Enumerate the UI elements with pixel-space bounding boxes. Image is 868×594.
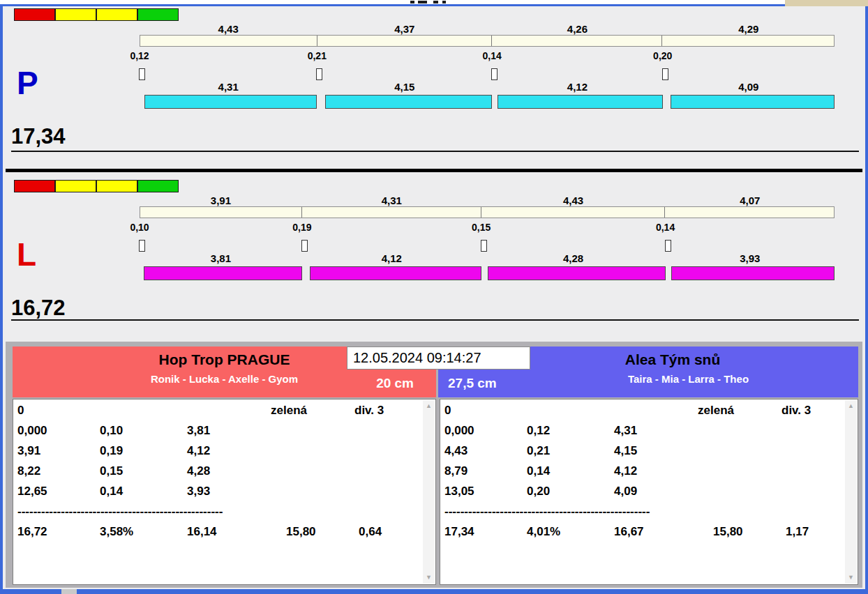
result-cell: zelená — [271, 404, 354, 418]
result-row: 0,0000,103,81 — [17, 424, 420, 444]
start-lights — [14, 8, 179, 21]
result-cell: 0,21 — [527, 444, 614, 458]
start-light-green — [137, 180, 179, 192]
split-time-label: 4,29 — [663, 23, 835, 34]
run-time-bar — [144, 266, 302, 280]
result-row: 8,790,144,12 — [444, 464, 842, 485]
result-cell: 8,79 — [444, 464, 527, 478]
run-time-bar — [325, 95, 492, 109]
result-cell: 13,05 — [444, 485, 527, 498]
result-cell: 4,31 — [614, 424, 698, 438]
run-slot: 4,15 — [317, 75, 492, 116]
result-cell: 4,15 — [614, 444, 698, 458]
run-row: 4,314,154,124,09 — [140, 75, 835, 116]
background-window-fragment — [433, 1, 438, 3]
lane-letter: P — [17, 67, 38, 99]
split-time-label: 4,43 — [140, 23, 317, 34]
window-border-right — [865, 4, 868, 589]
result-cell: 16,14 — [187, 525, 271, 539]
cross-time-label: 0,15 — [472, 222, 491, 233]
result-cell: 0,000 — [444, 424, 527, 438]
run-time-label: 3,81 — [140, 252, 302, 264]
start-light-yellow-2 — [96, 8, 137, 21]
split-segment — [665, 207, 834, 218]
result-cell: 3,81 — [187, 424, 271, 438]
result-cell: 0,64 — [354, 525, 420, 539]
timestamp: 12.05.2024 09:14:27 — [347, 346, 530, 370]
result-cell: 3,58% — [100, 525, 187, 539]
result-cell: 0,19 — [100, 444, 187, 458]
result-cell: div. 3 — [781, 404, 842, 418]
start-light-red — [14, 8, 55, 21]
result-row: 0zelenádiv. 3 — [17, 404, 420, 424]
result-row: ----------------------------------------… — [17, 505, 420, 525]
result-cell: 0,14 — [527, 464, 614, 478]
result-cell: zelená — [698, 404, 781, 418]
result-cell: 17,34 — [444, 525, 527, 539]
result-cell: 15,80 — [698, 525, 781, 539]
result-row: 16,723,58%16,1415,800,64 — [17, 525, 420, 545]
split-time-label: 4,43 — [481, 195, 666, 206]
run-row: 3,814,124,283,93 — [140, 247, 835, 287]
split-segment — [492, 36, 662, 46]
split-labels: 4,434,374,264,29 — [140, 23, 835, 34]
cross-time-label: 0,19 — [292, 222, 311, 233]
lane-underline — [11, 319, 859, 321]
start-light-yellow-2 — [96, 180, 137, 192]
cross-time-label: 0,21 — [308, 50, 327, 61]
split-time-label: 3,91 — [140, 195, 302, 206]
result-table: 0zelenádiv. 30,0000,124,314,430,214,158,… — [444, 404, 842, 581]
run-time-bar — [671, 95, 835, 109]
background-window-fragment — [418, 1, 427, 3]
run-slot: 3,93 — [666, 247, 835, 287]
result-cell: 4,43 — [444, 444, 527, 458]
team-members: Taira - Mia - Larra - Theo — [438, 373, 858, 385]
run-time-label: 3,93 — [666, 252, 835, 264]
result-table: 0zelenádiv. 30,0000,103,813,910,194,128,… — [17, 404, 420, 581]
run-time-label: 4,12 — [492, 81, 663, 92]
scroll-up-icon[interactable]: ▲ — [423, 403, 435, 409]
split-time-label: 4,26 — [492, 23, 663, 34]
result-cell: 3,91 — [17, 444, 100, 458]
result-cell: ----------------------------------------… — [444, 505, 700, 519]
lane-underline — [11, 151, 859, 152]
result-cell: 0,10 — [100, 424, 187, 438]
result-cell: 0,000 — [17, 424, 100, 438]
result-row: ----------------------------------------… — [444, 505, 842, 525]
split-time-label: 4,37 — [317, 23, 492, 34]
jump-height: 27,5 cm — [448, 376, 497, 391]
split-segment — [481, 207, 665, 218]
run-slot: 3,81 — [140, 247, 302, 287]
result-cell: 0 — [444, 404, 527, 418]
start-light-green — [137, 8, 179, 21]
run-time-label: 4,31 — [140, 81, 317, 92]
result-row: 3,910,194,12 — [17, 444, 420, 464]
team-members: Ronik - Lucka - Axelle - Gyom — [13, 373, 436, 385]
run-slot: 4,12 — [492, 75, 663, 116]
run-time-bar — [144, 95, 317, 109]
run-time-label: 4,12 — [302, 252, 481, 264]
background-window-fragment — [442, 1, 446, 3]
result-cell: 0,12 — [527, 424, 614, 438]
run-time-label: 4,15 — [317, 81, 492, 92]
scrollbar[interactable]: ▲ ▼ — [845, 400, 857, 584]
split-segment — [317, 36, 492, 46]
split-segment — [302, 207, 481, 218]
horizontal-scrollbar-thumb[interactable] — [61, 589, 77, 594]
lane-divider — [6, 169, 862, 172]
result-panel-left: 0zelenádiv. 30,0000,103,813,910,194,128,… — [13, 399, 436, 585]
scroll-up-icon[interactable]: ▲ — [845, 403, 857, 409]
result-row: 12,650,143,93 — [17, 485, 420, 505]
result-cell: ----------------------------------------… — [17, 505, 273, 519]
result-cell: 12,65 — [17, 485, 100, 498]
scroll-down-icon[interactable]: ▼ — [423, 574, 435, 581]
run-time-label: 4,09 — [663, 81, 835, 92]
result-cell: 4,09 — [614, 485, 698, 498]
lane-panel-p: 4,434,374,264,29 0,120,210,140,20 4,314,… — [3, 6, 865, 153]
cross-time-label: 0,20 — [653, 50, 672, 61]
scroll-down-icon[interactable]: ▼ — [845, 574, 857, 581]
window-border-bottom — [0, 589, 868, 594]
jump-height: 20 cm — [376, 376, 414, 391]
scrollbar[interactable]: ▲ ▼ — [423, 400, 435, 584]
run-time-bar — [497, 95, 663, 109]
